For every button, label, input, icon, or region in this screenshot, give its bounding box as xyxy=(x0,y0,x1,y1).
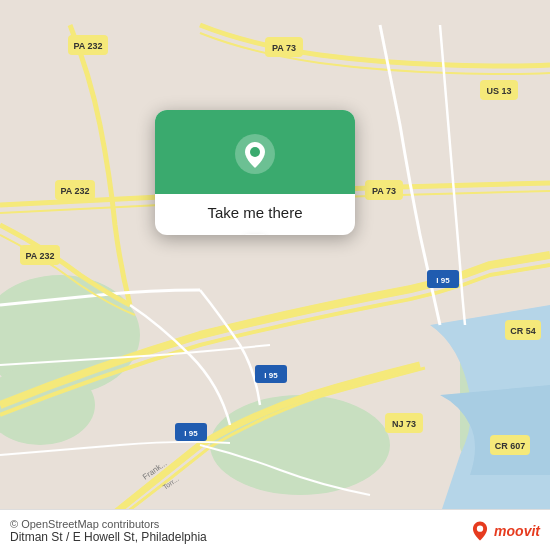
svg-point-33 xyxy=(477,526,483,532)
popup-label[interactable]: Take me there xyxy=(191,194,318,235)
svg-text:CR 607: CR 607 xyxy=(495,441,526,451)
svg-text:PA 232: PA 232 xyxy=(73,41,102,51)
bottom-bar: © OpenStreetMap contributors Ditman St /… xyxy=(0,509,550,550)
popup-card[interactable]: Take me there xyxy=(155,110,355,235)
svg-point-32 xyxy=(250,147,260,157)
street-name-text: Ditman St / E Howell St, Philadelphia xyxy=(10,530,207,544)
svg-text:CR 54: CR 54 xyxy=(510,326,536,336)
map-container: PA 232 PA 232 PA 232 PA 73 PA 73 US 13 I… xyxy=(0,0,550,550)
svg-point-4 xyxy=(210,395,390,495)
svg-text:PA 232: PA 232 xyxy=(60,186,89,196)
popup-tail xyxy=(245,234,265,235)
svg-text:PA 232: PA 232 xyxy=(25,251,54,261)
map-background: PA 232 PA 232 PA 232 PA 73 PA 73 US 13 I… xyxy=(0,0,550,550)
location-pin-icon xyxy=(233,132,277,176)
svg-text:PA 73: PA 73 xyxy=(272,43,296,53)
svg-text:I 95: I 95 xyxy=(184,429,198,438)
left-info: © OpenStreetMap contributors Ditman St /… xyxy=(10,518,207,544)
svg-text:I 95: I 95 xyxy=(264,371,278,380)
popup-green-header xyxy=(155,110,355,194)
svg-text:I 95: I 95 xyxy=(436,276,450,285)
attribution-text: © OpenStreetMap contributors xyxy=(10,518,207,530)
svg-text:PA 73: PA 73 xyxy=(372,186,396,196)
moovit-logo: moovit xyxy=(469,520,540,542)
moovit-brand-text: moovit xyxy=(494,523,540,539)
svg-text:NJ 73: NJ 73 xyxy=(392,419,416,429)
svg-text:US 13: US 13 xyxy=(486,86,511,96)
moovit-pin-icon xyxy=(469,520,491,542)
